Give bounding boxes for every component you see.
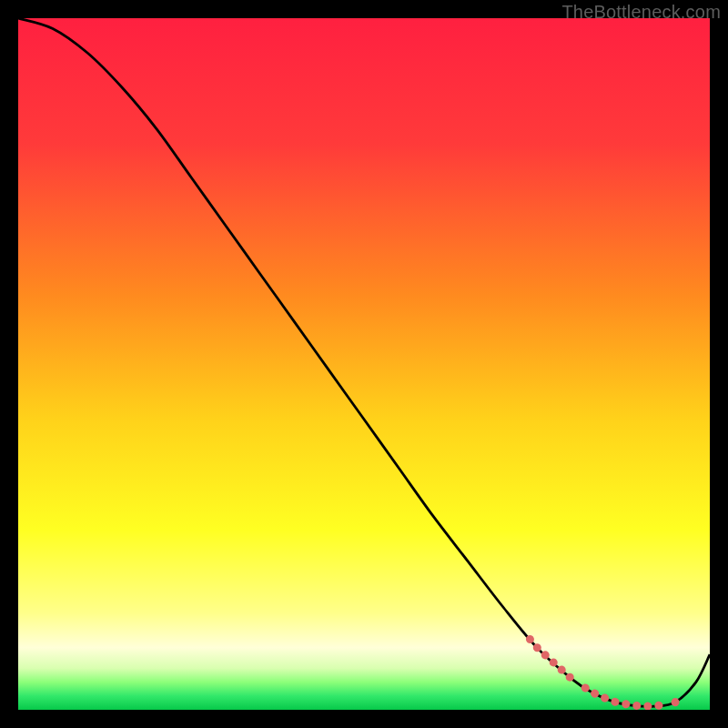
gradient-background (18, 18, 710, 710)
chart-frame: TheBottleneck.com (0, 0, 728, 728)
bottleneck-chart (18, 18, 710, 710)
watermark-text: TheBottleneck.com (561, 2, 721, 23)
